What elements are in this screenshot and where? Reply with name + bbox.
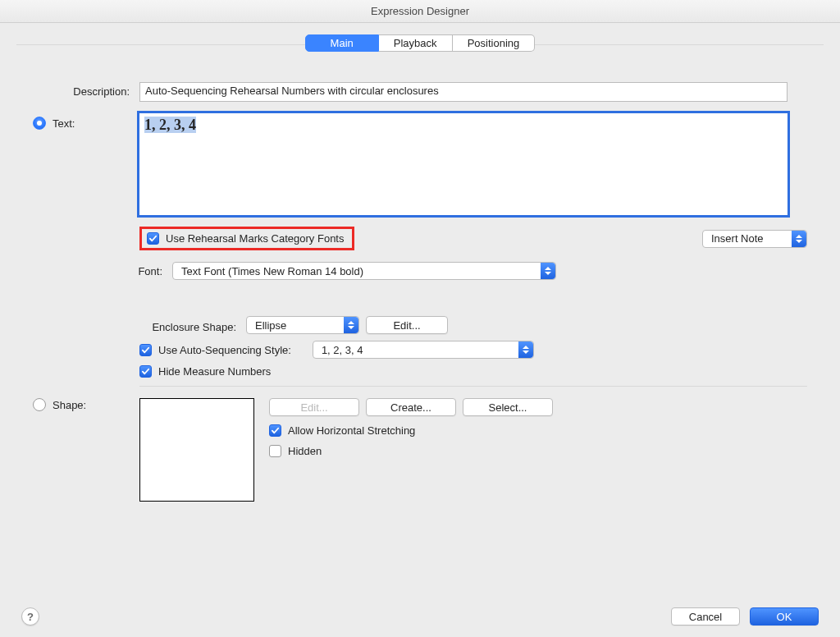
- shape-edit-button[interactable]: Edit...: [269, 398, 359, 416]
- allow-hstretch-checkbox[interactable]: [269, 424, 281, 437]
- use-autoseq-checkbox[interactable]: [139, 344, 152, 356]
- updown-icon: [518, 341, 533, 358]
- autoseq-style-popup[interactable]: 1, 2, 3, 4: [313, 341, 534, 359]
- check-icon: [148, 234, 158, 243]
- check-icon: [141, 367, 150, 376]
- enclosure-shape-popup[interactable]: Ellipse: [246, 316, 359, 334]
- description-input[interactable]: Auto-Sequencing Rehearsal Numbers with c…: [139, 82, 788, 102]
- insert-note-label: Insert Note: [711, 232, 764, 245]
- text-radio[interactable]: [33, 117, 46, 130]
- ok-button[interactable]: OK: [750, 607, 819, 626]
- tab-positioning[interactable]: Positioning: [453, 34, 536, 52]
- enclosure-shape-label: Enclosure Shape:: [33, 318, 246, 333]
- expression-designer-window: Expression Designer Main Playback Positi…: [0, 0, 840, 637]
- insert-note-popup[interactable]: Insert Note: [702, 230, 807, 248]
- updown-icon: [792, 231, 806, 247]
- use-autoseq-label: Use Auto-Sequencing Style:: [158, 344, 291, 356]
- text-radio-label: Text:: [52, 117, 75, 130]
- autoseq-style-value: 1, 2, 3, 4: [322, 344, 363, 356]
- tabstrip: Main Playback Positioning: [16, 34, 824, 54]
- shape-preview: [139, 398, 254, 502]
- tab-playback[interactable]: Playback: [379, 34, 453, 52]
- enclosure-shape-value: Ellipse: [255, 319, 286, 332]
- font-label: Font:: [33, 262, 172, 277]
- check-icon: [141, 346, 150, 355]
- hide-measure-checkbox[interactable]: [139, 365, 152, 378]
- updown-icon: [541, 263, 555, 279]
- enclosure-edit-button[interactable]: Edit...: [366, 316, 448, 334]
- divider: [139, 386, 807, 387]
- description-label: Description:: [33, 82, 139, 98]
- hide-measure-label: Hide Measure Numbers: [158, 365, 271, 378]
- text-input[interactable]: 1, 2, 3, 4: [139, 113, 788, 215]
- updown-icon: [344, 317, 358, 333]
- cancel-button[interactable]: Cancel: [671, 607, 740, 626]
- hidden-checkbox[interactable]: [269, 445, 281, 457]
- shape-select-button[interactable]: Select...: [463, 398, 553, 416]
- font-value: Text Font (Times New Roman 14 bold): [181, 265, 363, 277]
- use-category-fonts-checkbox[interactable]: [147, 232, 159, 245]
- help-button[interactable]: ?: [21, 607, 39, 626]
- window-body: Main Playback Positioning Description: A…: [0, 23, 840, 637]
- check-icon: [271, 426, 280, 435]
- footer: ? Cancel OK: [0, 607, 840, 626]
- use-category-fonts-highlight: Use Rehearsal Marks Category Fonts: [139, 227, 354, 250]
- shape-create-button[interactable]: Create...: [366, 398, 456, 416]
- window-title: Expression Designer: [0, 0, 840, 23]
- tab-main[interactable]: Main: [305, 34, 379, 52]
- allow-hstretch-label: Allow Horizontal Stretching: [288, 424, 415, 437]
- font-popup[interactable]: Text Font (Times New Roman 14 bold): [172, 262, 556, 280]
- hidden-label: Hidden: [288, 445, 322, 457]
- shape-radio-label: Shape:: [52, 399, 86, 411]
- tab-main-content: Description: Auto-Sequencing Rehearsal N…: [16, 74, 824, 502]
- shape-radio[interactable]: [33, 398, 46, 411]
- use-category-fonts-label: Use Rehearsal Marks Category Fonts: [166, 232, 344, 245]
- text-value: 1, 2, 3, 4: [144, 117, 196, 133]
